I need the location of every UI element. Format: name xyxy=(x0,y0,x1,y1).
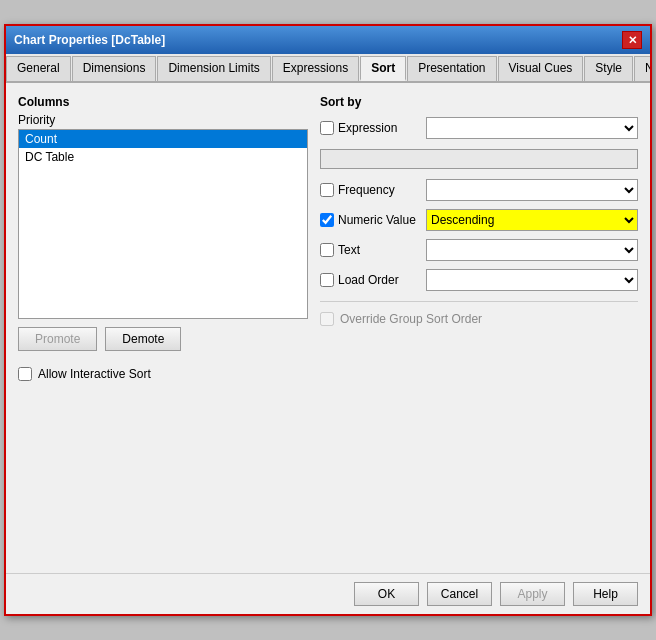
help-button[interactable]: Help xyxy=(573,582,638,606)
promote-button[interactable]: Promote xyxy=(18,327,97,351)
cancel-button[interactable]: Cancel xyxy=(427,582,492,606)
frequency-label: Frequency xyxy=(320,183,420,197)
ok-button[interactable]: OK xyxy=(354,582,419,606)
columns-label: Columns xyxy=(18,95,308,109)
priority-label: Priority xyxy=(18,113,308,127)
expression-text-input[interactable] xyxy=(320,149,638,169)
override-row: Override Group Sort Order xyxy=(320,312,638,326)
tab-dimensions[interactable]: Dimensions xyxy=(72,56,157,81)
sort-row-expression: Expression xyxy=(320,117,638,139)
sort-row-text: Text xyxy=(320,239,638,261)
tab-expressions[interactable]: Expressions xyxy=(272,56,359,81)
dialog: Chart Properties [DcTable] ✕ General Dim… xyxy=(4,24,652,616)
override-sort-checkbox[interactable] xyxy=(320,312,334,326)
footer: OK Cancel Apply Help xyxy=(6,573,650,614)
expression-label: Expression xyxy=(320,121,420,135)
frequency-checkbox[interactable] xyxy=(320,183,334,197)
promote-demote-buttons: Promote Demote xyxy=(18,327,308,351)
close-button[interactable]: ✕ xyxy=(622,31,642,49)
numeric-value-dropdown[interactable]: Descending Ascending xyxy=(426,209,638,231)
override-label: Override Group Sort Order xyxy=(340,312,482,326)
load-order-label: Load Order xyxy=(320,273,420,287)
allow-interactive-sort-label: Allow Interactive Sort xyxy=(38,367,151,381)
expression-dropdown[interactable] xyxy=(426,117,638,139)
sort-row-load-order: Load Order xyxy=(320,269,638,291)
apply-button[interactable]: Apply xyxy=(500,582,565,606)
load-order-dropdown[interactable] xyxy=(426,269,638,291)
tab-visual-cues[interactable]: Visual Cues xyxy=(498,56,584,81)
tab-number[interactable]: Number xyxy=(634,56,650,81)
allow-interactive-sort-row: Allow Interactive Sort xyxy=(18,367,308,381)
numeric-value-label: Numeric Value xyxy=(320,213,420,227)
left-panel: Columns Priority Count DC Table Promote … xyxy=(18,95,308,381)
tab-sort[interactable]: Sort xyxy=(360,56,406,81)
dialog-title: Chart Properties [DcTable] xyxy=(14,33,165,47)
right-panel: Sort by Expression xyxy=(320,95,638,381)
text-label: Text xyxy=(320,243,420,257)
tab-presentation[interactable]: Presentation xyxy=(407,56,496,81)
divider xyxy=(320,301,638,302)
list-item-dctable[interactable]: DC Table xyxy=(19,148,307,166)
tab-dimension-limits[interactable]: Dimension Limits xyxy=(157,56,270,81)
content-area: Columns Priority Count DC Table Promote … xyxy=(6,83,650,573)
title-bar: Chart Properties [DcTable] ✕ xyxy=(6,26,650,54)
load-order-checkbox[interactable] xyxy=(320,273,334,287)
tabs-row: General Dimensions Dimension Limits Expr… xyxy=(6,54,650,83)
list-item-count[interactable]: Count xyxy=(19,130,307,148)
text-dropdown[interactable] xyxy=(426,239,638,261)
frequency-dropdown[interactable] xyxy=(426,179,638,201)
sort-row-frequency: Frequency xyxy=(320,179,638,201)
numeric-value-checkbox[interactable] xyxy=(320,213,334,227)
tab-style[interactable]: Style xyxy=(584,56,633,81)
demote-button[interactable]: Demote xyxy=(105,327,181,351)
sort-row-numeric-value: Numeric Value Descending Ascending xyxy=(320,209,638,231)
allow-interactive-sort-checkbox[interactable] xyxy=(18,367,32,381)
columns-list[interactable]: Count DC Table xyxy=(18,129,308,319)
two-col-layout: Columns Priority Count DC Table Promote … xyxy=(18,95,638,381)
text-checkbox[interactable] xyxy=(320,243,334,257)
sort-by-label: Sort by xyxy=(320,95,638,109)
expression-checkbox[interactable] xyxy=(320,121,334,135)
tab-general[interactable]: General xyxy=(6,56,71,81)
